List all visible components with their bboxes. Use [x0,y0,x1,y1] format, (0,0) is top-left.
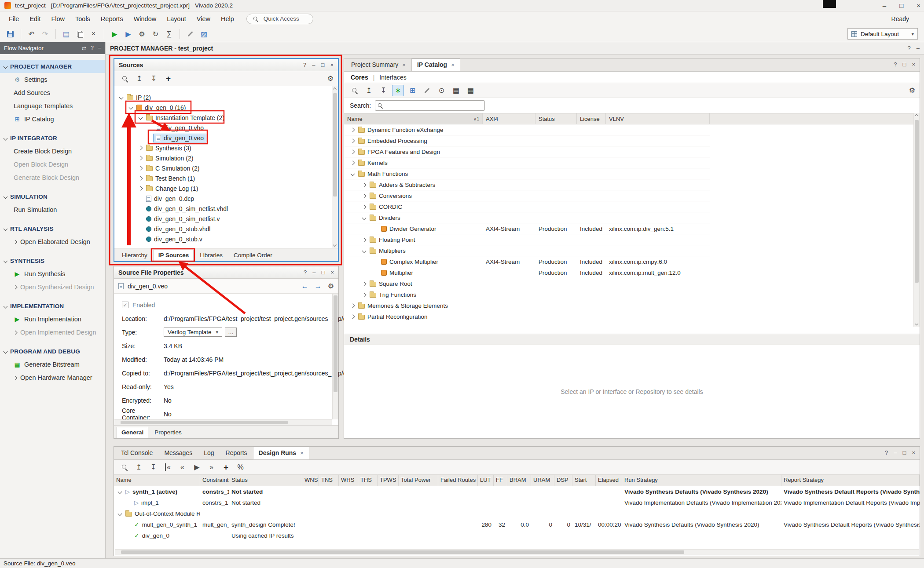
expand-all-icon[interactable]: ↧ [147,462,159,473]
twisty-icon[interactable] [361,194,367,197]
twisty-icon[interactable] [349,128,356,131]
column-header-lut[interactable]: LUT [478,475,494,486]
flow-item-open-elaborated-design[interactable]: Open Elaborated Design [0,235,105,248]
menu-help[interactable]: Help [216,14,239,24]
settings-icon[interactable]: ⚙ [136,28,148,40]
flow-item-add-sources[interactable]: Add Sources [0,86,105,99]
float-icon[interactable]: – [312,269,315,276]
flow-section-header-synthesis[interactable]: SYNTHESIS [0,254,105,267]
maximize-window-button[interactable]: □ [899,2,903,9]
twisty-icon[interactable] [361,249,367,252]
tab-ip-catalog[interactable]: IP Catalog× [411,58,460,71]
twisty-icon[interactable] [128,106,134,109]
tab-compile-order[interactable]: Compile Order [229,250,277,261]
vertical-scrollbar[interactable] [332,294,338,419]
tree-item[interactable]: Test Bench (1) [114,173,332,183]
close-icon[interactable]: × [330,269,334,276]
column-header-elapsed[interactable]: Elapsed [596,475,622,486]
search-icon[interactable] [118,462,130,473]
twisty-icon[interactable] [137,157,143,160]
twisty-icon[interactable] [361,282,367,285]
help-icon[interactable]: ? [908,45,911,51]
run-icon[interactable]: ▶ [109,28,121,40]
collapse-all-icon[interactable]: ↥ [363,85,375,96]
redo-icon[interactable]: ↷ [39,28,51,40]
twisty-icon[interactable] [361,293,367,296]
settings-gear-icon[interactable]: ⚙ [909,86,915,95]
expand-all-icon[interactable]: ↧ [148,73,160,84]
tree-item[interactable]: Synthesis (3) [114,143,332,153]
flow-section-header-implementation[interactable]: IMPLEMENTATION [0,299,105,313]
menu-layout[interactable]: Layout [161,14,191,24]
menu-view[interactable]: View [191,14,216,24]
twisty-icon[interactable] [361,216,367,219]
search-icon[interactable] [348,85,360,96]
report-icon[interactable]: ▤ [60,28,72,40]
horizontal-scrollbar[interactable] [114,419,332,425]
group-icon[interactable]: ⊞ [407,85,418,96]
twisty-icon[interactable] [349,304,356,307]
flow-item-open-implemented-design[interactable]: Open Implemented Design [0,326,105,339]
twisty-icon[interactable] [117,512,123,515]
quick-access-search[interactable]: Quick Access [246,14,313,24]
run-row-synth-1-active[interactable]: ▷synth_1 (active)constrs_1Not startedViv… [114,486,920,497]
close-tab-icon[interactable]: × [402,62,406,68]
minimize-icon[interactable]: – [917,45,920,51]
copy-icon[interactable] [74,28,86,40]
tree-item[interactable]: Instantiation Template (2) [114,113,332,123]
horizontal-scrollbar[interactable] [115,549,919,555]
vertical-scrollbar[interactable] [913,113,920,327]
scrollbar-thumb[interactable] [334,295,337,392]
twisty-icon[interactable] [137,146,143,149]
menu-window[interactable]: Window [128,14,162,24]
twisty-icon[interactable] [349,315,356,318]
add-run-icon[interactable]: + [220,462,232,473]
column-header-axi4[interactable]: AXI4 [483,113,535,124]
column-header-name[interactable]: Name∧1 [344,113,483,124]
play-icon[interactable]: ▶ [191,462,203,473]
flow-item-generate-block-design[interactable]: Generate Block Design [0,171,105,184]
twisty-icon[interactable] [117,490,123,493]
flow-section-header-rtl-analysis[interactable]: RTL ANALYSIS [0,222,105,235]
scroll-up-icon[interactable] [915,114,918,118]
forward-icon[interactable]: → [315,282,322,290]
column-header-start[interactable]: Start [572,475,596,486]
probe-icon[interactable]: ▨ [198,28,210,40]
catalog-row-partial-reconfiguration[interactable]: Partial Reconfiguration [344,311,710,322]
tab-design-runs[interactable]: Design Runs× [253,447,309,459]
tab-properties[interactable]: Properties [150,427,187,438]
twisty-icon[interactable] [137,167,143,170]
catalog-row-cordic[interactable]: CORDIC [344,201,710,212]
twisty-icon[interactable] [137,177,143,180]
twisty-icon[interactable] [349,172,356,175]
column-header-total-power[interactable]: Total Power [399,475,438,486]
expand-all-icon[interactable]: ↧ [378,85,389,96]
column-header-bram[interactable]: BRAM [507,475,531,486]
tab-interfaces[interactable]: Interfaces [379,74,406,81]
close-icon[interactable]: × [330,62,334,68]
help-icon[interactable]: ? [304,269,307,276]
scrollbar-thumb[interactable] [121,421,288,424]
tree-item[interactable]: div_gen_0.veo [114,133,332,143]
menu-flow[interactable]: Flow [46,14,70,24]
run-row-div-gen-0[interactable]: ✓div_gen_0Using cached IP results [114,530,920,541]
customize-icon[interactable] [421,85,433,96]
flow-section-header-simulation[interactable]: SIMULATION [0,190,105,203]
flow-item-open-synthesized-design[interactable]: Open Synthesized Design [0,280,105,294]
tree-item[interactable]: div_gen_0_sim_netlist.v [114,214,332,224]
catalog-row-dynamic-function-exchange[interactable]: Dynamic Function eXchange [344,124,710,135]
tab-project-summary[interactable]: Project Summary× [345,58,411,71]
run-row-impl-1[interactable]: ▷impl_1constrs_1Not startedVivado Implem… [114,497,920,508]
menu-tools[interactable]: Tools [70,14,95,24]
details-icon[interactable]: ▦ [465,85,477,96]
flow-section-header-project-manager[interactable]: PROJECT MANAGER [0,60,105,73]
flow-item-run-implementation[interactable]: ▶Run Implementation [0,313,105,326]
menu-reports[interactable]: Reports [95,14,128,24]
help-icon[interactable]: ? [894,61,897,68]
column-header-run-strategy[interactable]: Run Strategy [622,475,781,486]
maximize-icon[interactable]: □ [321,62,325,68]
catalog-row-conversions[interactable]: Conversions [344,190,710,201]
column-header-ths[interactable]: THS [358,475,378,486]
menu-file[interactable]: File [4,14,24,24]
close-tab-icon[interactable]: × [451,62,455,68]
